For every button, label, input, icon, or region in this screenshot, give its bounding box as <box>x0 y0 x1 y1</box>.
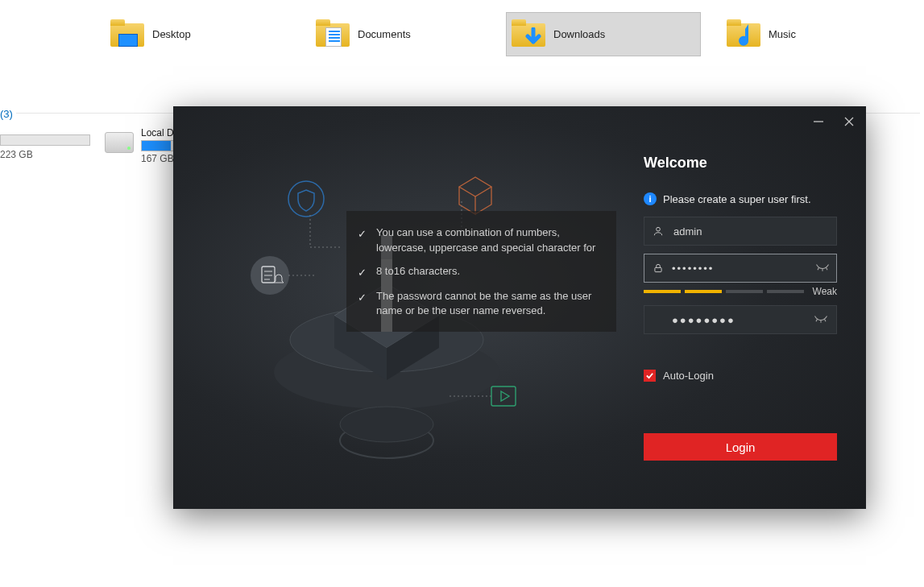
checkbox-checked-icon <box>644 370 656 382</box>
user-icon <box>653 225 665 237</box>
folder-label: Desktop <box>152 28 191 40</box>
svg-point-3 <box>274 335 499 409</box>
tip-text: 8 to16 characters. <box>376 264 460 281</box>
check-icon: ✓ <box>358 291 367 320</box>
lock-icon <box>653 262 664 274</box>
folder-label: Documents <box>358 28 411 40</box>
svg-line-19 <box>818 267 819 270</box>
minimize-button[interactable] <box>810 113 827 130</box>
confirm-password-field[interactable]: ●●●●●●●● <box>644 305 837 334</box>
tip-text: The password cannot be the same as the u… <box>376 289 603 320</box>
close-button[interactable] <box>840 113 858 130</box>
folder-label: Downloads <box>553 28 605 40</box>
welcome-title: Welcome <box>644 155 837 172</box>
password-tips: ✓You can use a combination of numbers, l… <box>346 211 616 332</box>
instruction-text: Please create a super user first. <box>663 193 811 205</box>
folder-downloads[interactable]: Downloads <box>506 12 701 56</box>
username-value: admin <box>673 225 828 238</box>
svg-rect-12 <box>262 267 275 283</box>
hdd-icon <box>105 132 134 153</box>
password-strength: Weak <box>644 287 837 296</box>
password-input[interactable] <box>672 262 807 275</box>
folder-documents[interactable]: Documents <box>310 12 479 56</box>
auto-login-label: Auto-Login <box>663 370 714 382</box>
svg-rect-18 <box>655 267 661 271</box>
svg-point-8 <box>340 423 433 458</box>
strength-label: Weak <box>813 286 837 297</box>
svg-point-17 <box>657 227 661 231</box>
info-icon: i <box>644 192 657 205</box>
auto-login-checkbox[interactable]: Auto-Login <box>644 370 837 382</box>
svg-line-22 <box>816 319 818 321</box>
username-field[interactable]: admin <box>644 217 837 246</box>
check-icon: ✓ <box>358 227 367 256</box>
check-icon: ✓ <box>358 266 367 281</box>
eye-icon[interactable] <box>815 262 830 274</box>
drives-header: (3) <box>0 108 13 120</box>
svg-line-21 <box>827 267 828 270</box>
folder-label: Music <box>769 28 796 40</box>
folder-desktop[interactable]: Desktop <box>105 12 274 56</box>
svg-point-10 <box>288 181 324 217</box>
drive-0-free: 223 GB <box>0 149 33 160</box>
svg-rect-16 <box>491 387 516 406</box>
confirm-value: ●●●●●●●● <box>653 314 806 326</box>
drive-0-bar[interactable] <box>0 134 90 146</box>
password-field[interactable] <box>644 254 837 283</box>
login-modal: ✓You can use a combination of numbers, l… <box>173 106 866 509</box>
eye-icon[interactable] <box>814 314 828 325</box>
login-button[interactable]: Login <box>644 433 837 461</box>
svg-line-24 <box>825 319 827 321</box>
tip-text: You can use a combination of numbers, lo… <box>376 225 603 256</box>
close-icon <box>843 116 855 127</box>
folder-music[interactable]: Music <box>721 12 890 56</box>
folder-row: Desktop Documents Downloads Music <box>0 12 924 60</box>
svg-point-11 <box>251 256 289 295</box>
minimize-icon <box>813 116 824 127</box>
svg-point-9 <box>340 407 433 442</box>
instruction-line: i Please create a super user first. <box>644 192 837 205</box>
